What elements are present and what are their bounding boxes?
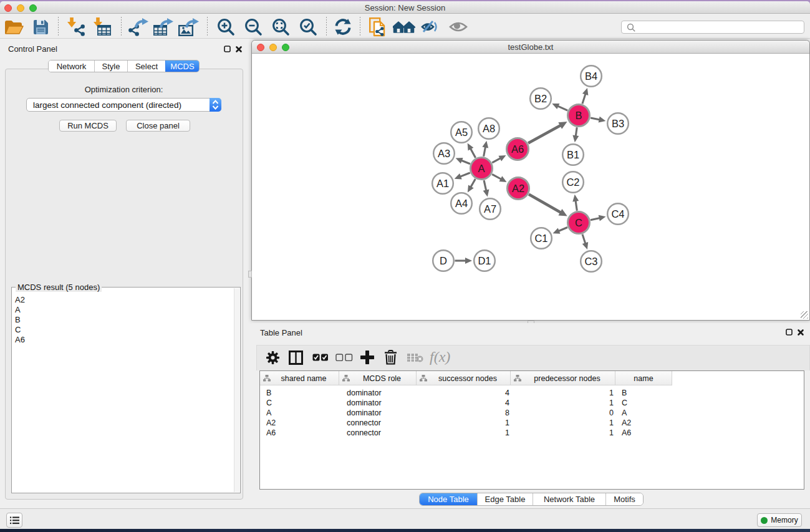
svg-text:A5: A5 (455, 127, 468, 138)
svg-text:B: B (575, 110, 582, 121)
svg-text:A1: A1 (436, 178, 449, 189)
svg-text:A7: A7 (484, 203, 496, 215)
svg-text:B3: B3 (612, 118, 624, 129)
svg-text:A8: A8 (483, 123, 495, 134)
svg-text:B2: B2 (534, 93, 547, 104)
svg-text:D1: D1 (478, 255, 491, 266)
svg-text:A3: A3 (438, 148, 450, 159)
svg-text:A2: A2 (512, 183, 524, 194)
svg-text:B4: B4 (585, 70, 597, 82)
svg-text:A6: A6 (511, 143, 524, 155)
svg-text:A4: A4 (455, 198, 468, 209)
svg-text:A: A (478, 163, 485, 174)
svg-text:C3: C3 (584, 256, 597, 267)
svg-text:C: C (575, 217, 582, 228)
svg-text:C1: C1 (534, 233, 547, 244)
svg-text:C4: C4 (611, 208, 624, 220)
svg-text:B1: B1 (567, 149, 579, 160)
svg-text:D: D (440, 255, 447, 266)
svg-text:C2: C2 (566, 177, 579, 188)
